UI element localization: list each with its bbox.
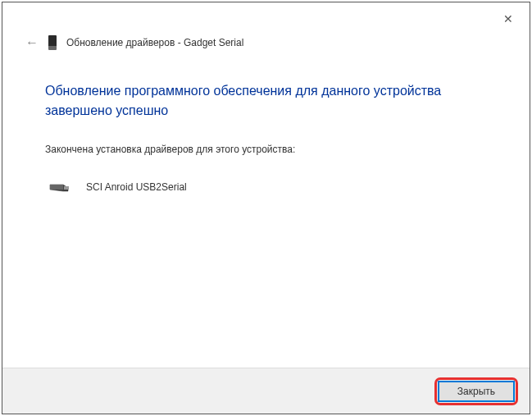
titlebar: ✕ <box>2 2 530 35</box>
content-area: Обновление программного обеспечения для … <box>2 58 530 368</box>
driver-update-dialog: ✕ ← Обновление драйверов - Gadget Serial… <box>2 2 530 414</box>
device-icon <box>48 35 57 50</box>
success-heading: Обновление программного обеспечения для … <box>45 81 487 121</box>
header-row: ← Обновление драйверов - Gadget Serial <box>2 35 530 58</box>
device-name-label: SCI Anroid USB2Serial <box>86 181 187 193</box>
completion-message: Закончена установка драйверов для этого … <box>45 144 487 155</box>
device-row: SCI Anroid USB2Serial <box>45 181 487 193</box>
window-title: Обновление драйверов - Gadget Serial <box>66 37 243 48</box>
close-button[interactable]: Закрыть <box>439 382 514 401</box>
close-icon[interactable]: ✕ <box>497 9 520 29</box>
close-button-highlight: Закрыть <box>434 377 518 405</box>
serial-adapter-icon <box>48 181 71 193</box>
back-arrow-icon: ← <box>25 35 39 50</box>
dialog-footer: Закрыть <box>2 368 530 414</box>
svg-rect-0 <box>64 186 69 190</box>
